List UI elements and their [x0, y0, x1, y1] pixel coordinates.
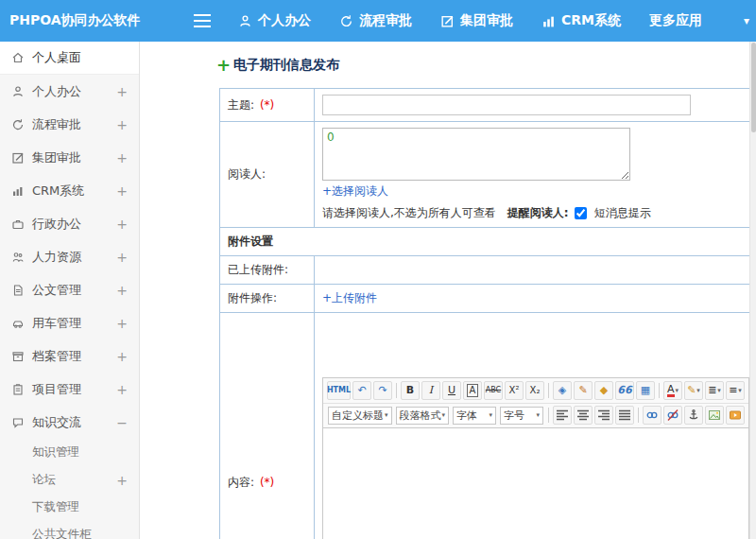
align-justify-button[interactable]	[615, 406, 634, 425]
chevron-down-icon[interactable]: ▾	[744, 14, 749, 27]
font-color-button[interactable]: A▾	[663, 381, 682, 400]
paragraph-format-select[interactable]: 段落格式▾	[396, 407, 450, 425]
vertical-scrollbar[interactable]	[749, 42, 756, 539]
sidebar-subitem-knowledge-mgmt[interactable]: 知识管理	[0, 439, 139, 466]
attachment-section-row: 附件设置	[220, 228, 751, 256]
sidebar-item-group-approval[interactable]: 集团审批 +	[0, 141, 139, 174]
undo-icon: ↶	[357, 384, 366, 396]
sms-checkbox[interactable]	[575, 207, 587, 219]
media-button[interactable]	[726, 406, 745, 425]
subject-input[interactable]	[322, 95, 691, 115]
sidebar-item-crm[interactable]: CRM系统 +	[0, 174, 139, 207]
anchor-button[interactable]	[684, 406, 703, 425]
content-label-cell: 内容: (*)	[220, 313, 315, 539]
sidebar-item-label: 知识交流	[32, 414, 116, 431]
sidebar-item-label: 公文管理	[32, 282, 116, 299]
scrollbar-thumb[interactable]	[751, 43, 756, 132]
align-right-button[interactable]	[594, 406, 613, 425]
font-button[interactable]: A	[463, 381, 482, 400]
redo-button[interactable]: ↷	[373, 381, 392, 400]
underline-button[interactable]: U	[442, 381, 461, 400]
redo-icon: ↷	[378, 384, 387, 396]
expand-toggle[interactable]: +	[116, 316, 128, 331]
clear-format-icon: ◆	[600, 384, 608, 396]
sidebar-item-admin-office[interactable]: 行政办公 +	[0, 207, 139, 240]
expand-toggle[interactable]: +	[116, 183, 128, 199]
expand-toggle[interactable]: +	[116, 349, 128, 364]
undo-button[interactable]: ↶	[352, 381, 371, 400]
editor-toolbar-row1: HTML ↶ ↷ B I U A ABC X² X₂ ◈	[323, 378, 748, 403]
expand-toggle[interactable]: +	[116, 473, 128, 488]
link-button[interactable]	[643, 406, 662, 425]
expand-toggle[interactable]: +	[116, 217, 128, 232]
button-label: U	[448, 384, 455, 396]
sidebar-item-project-mgmt[interactable]: 项目管理 +	[0, 373, 139, 406]
expand-toggle[interactable]: +	[116, 84, 128, 99]
sidebar-item-document-mgmt[interactable]: 公文管理 +	[0, 273, 139, 306]
editor-content-area[interactable]	[322, 428, 749, 539]
unordered-list-button[interactable]: ≡▾	[726, 381, 745, 400]
collapse-toggle[interactable]: −	[116, 415, 128, 430]
expand-toggle[interactable]: +	[116, 283, 128, 298]
nav-workflow-approval[interactable]: 流程审批	[339, 12, 412, 29]
sidebar-item-archive-mgmt[interactable]: 档案管理 +	[0, 339, 139, 373]
table-button[interactable]: ▦	[636, 381, 655, 400]
clipboard-icon	[11, 383, 25, 396]
sidebar-item-hr[interactable]: 人力资源 +	[0, 240, 139, 273]
people-icon	[11, 251, 25, 264]
nav-group-approval[interactable]: 集团审批	[440, 12, 513, 29]
source-button[interactable]: HTML	[327, 381, 351, 400]
custom-title-select[interactable]: 自定义标题▾	[328, 407, 392, 425]
unlink-button[interactable]	[663, 406, 682, 425]
nav-label: 集团审批	[460, 12, 513, 29]
readers-textarea[interactable]: 0	[322, 128, 630, 181]
sidebar-item-workflow-approval[interactable]: 流程审批 +	[0, 108, 139, 141]
strikethrough-button[interactable]: ABC	[484, 381, 503, 400]
clear-format-button[interactable]: ◆	[594, 381, 613, 400]
expand-toggle[interactable]: +	[116, 117, 128, 132]
nav-personal-office[interactable]: 个人办公	[238, 12, 311, 29]
sidebar-item-label: 个人办公	[32, 83, 116, 100]
sidebar-item-personal-desktop[interactable]: 个人桌面	[0, 42, 139, 75]
highlight-button[interactable]: ✎▾	[684, 381, 703, 400]
sidebar-item-vehicle-mgmt[interactable]: 用车管理 +	[0, 306, 139, 339]
expand-toggle[interactable]: +	[116, 150, 128, 165]
font-family-select[interactable]: 字体▾	[453, 407, 496, 425]
nav-crm-system[interactable]: CRM系统	[541, 12, 621, 29]
blockquote-button[interactable]: 66	[615, 381, 634, 400]
format-painter-button[interactable]: ✎	[574, 381, 593, 400]
image-button[interactable]	[705, 406, 724, 425]
italic-button[interactable]: I	[421, 381, 440, 400]
top-header: PHPOA协同办公软件 个人办公 流程审批 集团审批	[0, 0, 756, 42]
link-icon	[645, 409, 659, 422]
upload-attachment-link[interactable]: +上传附件	[322, 290, 377, 306]
editor-toolbar: HTML ↶ ↷ B I U A ABC X² X₂ ◈	[322, 377, 749, 428]
ordered-list-button[interactable]: ≣▾	[705, 381, 724, 400]
toolbar-separator	[548, 408, 549, 423]
caret-down-icon: ▾	[717, 387, 721, 394]
font-size-select[interactable]: 字号▾	[500, 407, 543, 425]
caret-down-icon: ▾	[738, 387, 742, 394]
bold-button[interactable]: B	[401, 381, 420, 400]
expand-toggle[interactable]: +	[116, 250, 128, 265]
align-center-icon	[576, 409, 590, 421]
expand-toggle[interactable]: +	[116, 382, 128, 397]
nav-more-apps[interactable]: 更多应用	[649, 12, 702, 29]
subscript-button[interactable]: X₂	[525, 381, 544, 400]
sidebar-item-knowledge-exchange[interactable]: 知识交流 −	[0, 406, 139, 439]
sidebar-item-personal-office[interactable]: 个人办公 +	[0, 75, 139, 108]
align-left-button[interactable]	[553, 406, 572, 425]
ordered-list-icon: ≣	[708, 384, 716, 396]
readers-label: 阅读人:	[228, 167, 266, 181]
menu-icon[interactable]	[193, 13, 212, 28]
sidebar-subitem-download-mgmt[interactable]: 下载管理	[0, 494, 139, 521]
sidebar-subitem-public-file-cabinet[interactable]: 公共文件柜	[0, 521, 139, 539]
superscript-button[interactable]: X²	[505, 381, 524, 400]
sidebar-item-label: 集团审批	[32, 149, 116, 166]
eraser-button[interactable]: ◈	[553, 381, 572, 400]
person-icon	[11, 85, 25, 98]
align-center-button[interactable]	[574, 406, 593, 425]
sidebar-subitem-forum[interactable]: 论坛 +	[0, 466, 139, 494]
select-readers-link[interactable]: +选择阅读人	[322, 183, 388, 200]
button-label: A	[467, 384, 479, 397]
